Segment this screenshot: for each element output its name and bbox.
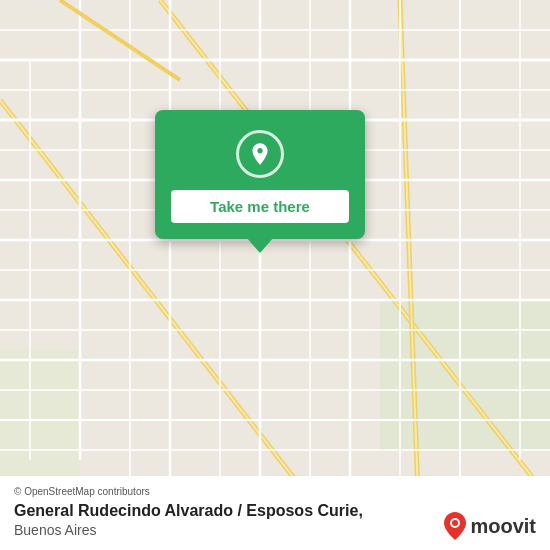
info-panel: © OpenStreetMap contributors General Rud…: [0, 476, 550, 550]
copyright-text: © OpenStreetMap contributors: [14, 486, 536, 497]
moovit-text: moovit: [470, 515, 536, 538]
svg-rect-1: [0, 0, 550, 550]
take-me-there-button[interactable]: Take me there: [171, 190, 349, 223]
map: Ezpeleta Bera VillaLa Florida anciscoano…: [0, 0, 550, 550]
location-pin-icon: [247, 141, 273, 167]
moovit-pin-icon: [444, 512, 466, 540]
svg-point-38: [452, 520, 458, 526]
svg-rect-2: [380, 300, 550, 450]
location-title: General Rudecindo Alvarado / Esposos Cur…: [14, 501, 363, 522]
popup-card: Take me there: [155, 110, 365, 239]
moovit-logo: moovit: [444, 512, 536, 540]
location-subtitle: Buenos Aires: [14, 522, 363, 538]
map-roads: [0, 0, 550, 550]
location-icon-container: [236, 130, 284, 178]
